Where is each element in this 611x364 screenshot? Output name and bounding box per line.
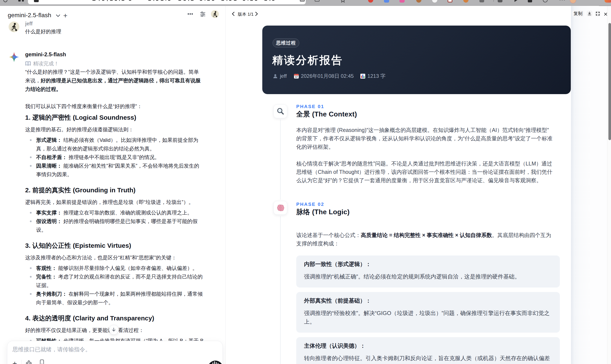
- svg-text:17: 17: [295, 76, 298, 78]
